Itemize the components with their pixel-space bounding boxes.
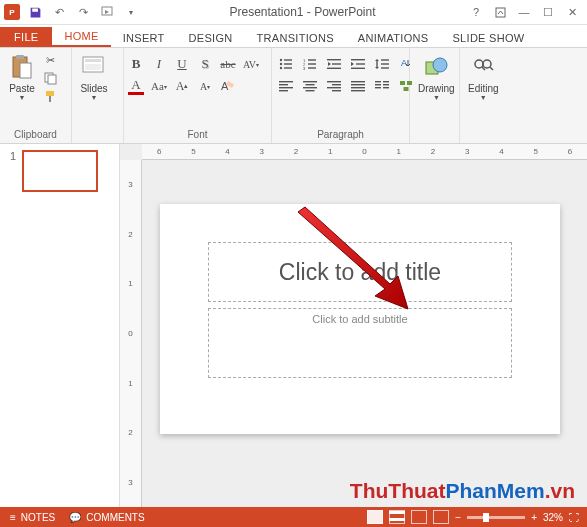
svg-rect-55 [383,84,389,85]
fit-to-window-icon[interactable]: ⛶ [569,512,579,523]
horizontal-ruler: 6543210123456 [142,144,587,160]
copy-icon[interactable] [42,71,58,86]
zoom-out-icon[interactable]: − [455,512,461,523]
change-case-button[interactable]: Aa▾ [151,77,167,95]
svg-rect-57 [383,87,389,88]
line-spacing-button[interactable] [372,55,392,73]
vertical-ruler: 3210123 [120,160,142,507]
decrease-font-button[interactable]: A▾ [197,77,213,95]
zoom-in-icon[interactable]: + [531,512,537,523]
shapes-icon [422,53,450,81]
title-bar: P ↶ ↷ ▾ Presentation1 - PowerPoint ? — ☐… [0,0,587,25]
svg-rect-4 [20,63,31,78]
svg-rect-15 [284,59,292,60]
svg-rect-36 [279,81,293,82]
start-from-beginning-icon[interactable] [98,3,116,21]
normal-view-icon[interactable] [367,510,383,524]
strikethrough-button[interactable]: abc [220,55,236,73]
slide-canvas[interactable]: Click to add title Click to add subtitle [160,204,560,434]
subtitle-placeholder[interactable]: Click to add subtitle [208,308,512,378]
editing-button[interactable]: Editing ▼ [464,51,503,103]
svg-rect-45 [332,84,341,85]
tab-home[interactable]: HOME [52,26,110,47]
increase-indent-button[interactable] [348,55,368,73]
svg-text:3: 3 [303,66,306,70]
group-font: B I U S abc AV▾ A Aa▾ A▴ A▾ A Font [124,48,272,143]
sorter-view-icon[interactable] [389,510,405,524]
status-bar: ≡NOTES 💬COMMENTS − + 32% ⛶ [0,507,587,527]
svg-rect-37 [279,84,288,85]
format-painter-icon[interactable] [42,89,58,104]
underline-button[interactable]: U [174,55,190,73]
save-icon[interactable] [26,3,44,21]
italic-button[interactable]: I [151,55,167,73]
decrease-indent-button[interactable] [324,55,344,73]
svg-rect-30 [356,63,365,64]
svg-rect-43 [306,90,315,91]
tab-design[interactable]: DESIGN [177,28,245,47]
help-icon[interactable]: ? [465,3,487,21]
slide-thumbnail-panel[interactable]: 1 [0,144,120,507]
minimize-icon[interactable]: — [513,3,535,21]
comments-button[interactable]: 💬COMMENTS [69,512,144,523]
tab-insert[interactable]: INSERT [111,28,177,47]
svg-rect-51 [351,90,365,91]
tab-slideshow[interactable]: SLIDE SHOW [440,28,536,47]
slide-editor[interactable]: 6543210123456 3210123 Click to add title… [120,144,587,507]
zoom-slider[interactable] [467,516,525,519]
svg-rect-39 [279,90,288,91]
zoom-level[interactable]: 32% [543,512,563,523]
svg-point-64 [483,60,491,68]
columns-button[interactable] [372,77,392,95]
ribbon: Paste ▼ ✂ Clipboard Slides ▼ B [0,48,587,144]
maximize-icon[interactable]: ☐ [537,3,559,21]
ribbon-display-icon[interactable] [489,3,511,21]
svg-rect-53 [383,81,389,82]
svg-point-16 [280,63,282,65]
redo-icon[interactable]: ↷ [74,3,92,21]
bold-button[interactable]: B [128,55,144,73]
svg-point-14 [280,59,282,61]
svg-rect-3 [16,55,24,59]
customize-qat-icon[interactable]: ▾ [122,3,140,21]
align-center-button[interactable] [300,77,320,95]
svg-rect-56 [375,87,381,88]
svg-rect-29 [351,59,365,60]
align-right-button[interactable] [324,77,344,95]
thumbnail-preview[interactable] [22,150,98,192]
clear-formatting-button[interactable]: A [220,77,236,95]
char-spacing-button[interactable]: AV▾ [243,55,259,73]
align-left-button[interactable] [276,77,296,95]
numbering-button[interactable]: 123 [300,55,320,73]
increase-font-button[interactable]: A▴ [174,77,190,95]
slides-button[interactable]: Slides ▼ [76,51,112,103]
svg-rect-40 [303,81,317,82]
svg-point-18 [280,67,282,69]
bullets-button[interactable] [276,55,296,73]
group-paragraph: 123 A Paragraph [272,48,410,143]
title-placeholder[interactable]: Click to add title [208,242,512,302]
drawing-button[interactable]: Drawing ▼ [414,51,459,103]
svg-rect-6 [48,75,56,84]
comments-icon: 💬 [69,512,81,523]
justify-button[interactable] [348,77,368,95]
reading-view-icon[interactable] [411,510,427,524]
tab-file[interactable]: FILE [0,27,52,47]
close-icon[interactable]: ✕ [561,3,583,21]
tab-transitions[interactable]: TRANSITIONS [245,28,346,47]
notes-button[interactable]: ≡NOTES [10,512,55,523]
font-color-button[interactable]: A [128,77,144,95]
svg-rect-21 [308,59,316,60]
cut-icon[interactable]: ✂ [42,53,58,68]
slide-thumbnail-1[interactable]: 1 [10,150,109,192]
slideshow-view-icon[interactable] [433,510,449,524]
svg-rect-28 [327,68,341,69]
paste-button[interactable]: Paste ▼ [4,51,40,103]
svg-rect-34 [381,67,389,68]
shadow-button[interactable]: S [197,55,213,73]
tab-animations[interactable]: ANIMATIONS [346,28,441,47]
svg-rect-19 [284,67,292,68]
group-slides: Slides ▼ [72,48,124,143]
undo-icon[interactable]: ↶ [50,3,68,21]
group-editing: Editing ▼ [460,48,506,143]
